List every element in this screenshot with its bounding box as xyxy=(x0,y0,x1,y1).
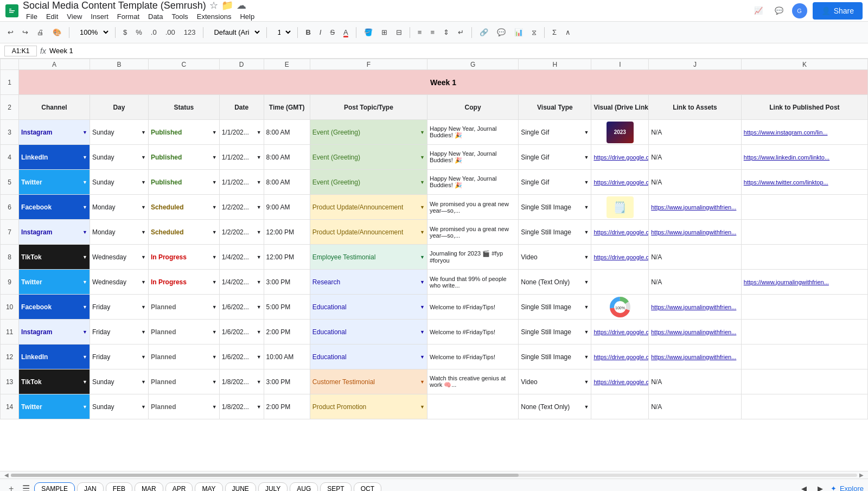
link-published-cell[interactable]: https://www.linkedin.com/linkto... xyxy=(741,145,867,170)
insert-comment-button[interactable]: 💬 xyxy=(494,26,509,39)
sheet-tab-apr[interactable]: APR xyxy=(165,482,193,492)
status-cell[interactable]: Published▼ xyxy=(148,145,219,170)
bold-button[interactable]: B xyxy=(302,26,314,39)
link-published-cell[interactable] xyxy=(741,369,867,394)
status-cell[interactable]: Planned▼ xyxy=(148,369,219,394)
font-select[interactable]: Default (Ari... Arial Times New Roman xyxy=(208,25,262,39)
row-num-4[interactable]: 4 xyxy=(1,145,19,170)
col-header-i[interactable]: I xyxy=(591,59,649,70)
date-cell[interactable]: 1/1/202...▼ xyxy=(219,170,264,195)
time-cell[interactable]: 10:00 AM xyxy=(264,345,310,369)
sheet-list-button[interactable]: ☰ xyxy=(19,481,33,491)
visual-type-cell[interactable]: Single Gif▼ xyxy=(519,120,591,145)
col-header-b[interactable]: B xyxy=(90,59,148,70)
insert-link-button[interactable]: 🔗 xyxy=(476,26,492,39)
strikethrough-button[interactable]: S xyxy=(327,26,338,39)
print-button[interactable]: 🖨 xyxy=(34,26,47,39)
row-num-1[interactable]: 1 xyxy=(1,70,19,95)
channel-cell[interactable]: Facebook▼ xyxy=(19,195,90,220)
day-cell[interactable]: Sunday▼ xyxy=(90,145,148,170)
valign-button[interactable]: ⇕ xyxy=(440,26,452,39)
visual-type-cell[interactable]: None (Text Only)▼ xyxy=(519,394,591,419)
row-num-8[interactable]: 8 xyxy=(1,245,19,270)
visual-drive-link-cell[interactable] xyxy=(591,394,649,419)
channel-cell[interactable]: Instagram▼ xyxy=(19,120,90,145)
time-cell[interactable]: 3:00 PM xyxy=(264,270,310,295)
col-header-a[interactable]: A xyxy=(19,59,90,70)
day-cell[interactable]: Wednesday▼ xyxy=(90,270,148,295)
sheet-tab-may[interactable]: MAY xyxy=(195,482,222,492)
visual-drive-link-cell[interactable]: 2023 xyxy=(591,120,649,145)
merge-cells-button[interactable]: ⊟ xyxy=(393,26,405,39)
link-published-cell[interactable]: https://www.twitter.com/linktop... xyxy=(741,170,867,195)
row-num-2[interactable]: 2 xyxy=(1,95,19,120)
week-header-cell[interactable]: Week 1 xyxy=(19,70,868,95)
prev-sheet-button[interactable]: ◀ xyxy=(798,482,810,491)
add-sheet-button[interactable]: + xyxy=(4,482,18,492)
link-assets-cell[interactable]: N/A xyxy=(649,369,742,394)
link-assets-cell[interactable]: N/A xyxy=(649,145,742,170)
date-cell[interactable]: 1/1/202...▼ xyxy=(219,145,264,170)
visual-type-cell[interactable]: Single Gif▼ xyxy=(519,170,591,195)
menu-tools[interactable]: Tools xyxy=(168,11,191,22)
status-cell[interactable]: Planned▼ xyxy=(148,345,219,369)
time-cell[interactable]: 8:00 AM xyxy=(264,170,310,195)
formula-button[interactable]: Σ xyxy=(549,26,560,39)
link-published-cell[interactable] xyxy=(741,220,867,245)
copy-cell[interactable]: Welcome to #FridayTips! xyxy=(427,295,518,320)
col-header-c[interactable]: C xyxy=(148,59,219,70)
channel-cell[interactable]: LinkedIn▼ xyxy=(19,145,90,170)
day-cell[interactable]: Monday▼ xyxy=(90,195,148,220)
link-assets-cell[interactable]: https://www.journalingwithfrien... xyxy=(649,220,742,245)
status-cell[interactable]: Scheduled▼ xyxy=(148,220,219,245)
sheet-tab-feb[interactable]: FEB xyxy=(106,482,132,492)
post-type-cell[interactable]: Customer Testimonial▼ xyxy=(310,369,427,394)
post-type-cell[interactable]: Product Update/Announcement▼ xyxy=(310,195,427,220)
link-published-cell[interactable] xyxy=(741,345,867,369)
row-num-9[interactable]: 9 xyxy=(1,270,19,295)
activity-icon[interactable]: 📈 xyxy=(751,4,766,17)
font-size-select[interactable]: 12 10 14 16 xyxy=(271,25,293,39)
insert-chart-button[interactable]: 📊 xyxy=(511,26,526,39)
date-cell[interactable]: 1/8/202...▼ xyxy=(219,369,264,394)
visual-type-cell[interactable]: Video▼ xyxy=(519,369,591,394)
day-cell[interactable]: Friday▼ xyxy=(90,295,148,320)
copy-cell[interactable]: Welcome to #FridayTips! xyxy=(427,345,518,369)
copy-cell[interactable]: Welcome to #FridayTips! xyxy=(427,320,518,345)
channel-cell[interactable]: Facebook▼ xyxy=(19,295,90,320)
visual-type-cell[interactable]: Single Still Image▼ xyxy=(519,220,591,245)
time-cell[interactable]: 8:00 AM xyxy=(264,145,310,170)
status-cell[interactable]: In Progress▼ xyxy=(148,270,219,295)
link-published-cell[interactable]: https://www.journalingwithfrien... xyxy=(741,270,867,295)
row-num-6[interactable]: 6 xyxy=(1,195,19,220)
sheet-tab-jan[interactable]: JAN xyxy=(77,482,104,492)
copy-cell[interactable]: Happy New Year, Journal Buddies! 🎉 xyxy=(427,170,518,195)
post-type-cell[interactable]: Product Promotion▼ xyxy=(310,394,427,419)
wrap-button[interactable]: ↵ xyxy=(455,26,467,39)
link-assets-cell[interactable]: https://www.journalingwithfrien... xyxy=(649,320,742,345)
day-cell[interactable]: Friday▼ xyxy=(90,345,148,369)
menu-data[interactable]: Data xyxy=(145,11,166,22)
col-header-e[interactable]: E xyxy=(264,59,310,70)
date-cell[interactable]: 1/4/202...▼ xyxy=(219,245,264,270)
visual-drive-link-cell[interactable]: 100% xyxy=(591,295,649,320)
menu-edit[interactable]: Edit xyxy=(43,11,61,22)
date-cell[interactable]: 1/1/202...▼ xyxy=(219,120,264,145)
copy-cell[interactable]: We promised you a great new year—so,... xyxy=(427,220,518,245)
sheet-tab-june[interactable]: JUNE xyxy=(225,482,256,492)
link-assets-cell[interactable]: N/A xyxy=(649,170,742,195)
post-type-cell[interactable]: Product Update/Announcement▼ xyxy=(310,220,427,245)
sheet-tab-aug[interactable]: AUG xyxy=(290,482,318,492)
expand-toolbar-button[interactable]: ∧ xyxy=(562,26,574,39)
status-cell[interactable]: Planned▼ xyxy=(148,295,219,320)
visual-drive-link-cell[interactable]: https://drive.google.c... xyxy=(591,220,649,245)
visual-drive-link-cell[interactable] xyxy=(591,270,649,295)
copy-cell[interactable]: We found that 99% of people who write... xyxy=(427,270,518,295)
borders-button[interactable]: ⊞ xyxy=(378,26,391,39)
row-num-12[interactable]: 12 xyxy=(1,345,19,369)
menu-view[interactable]: View xyxy=(63,11,85,22)
horizontal-scrollbar[interactable]: ◀ ▶ xyxy=(0,471,868,479)
channel-cell[interactable]: Instagram▼ xyxy=(19,320,90,345)
copy-cell[interactable]: Happy New Year, Journal Buddies! 🎉 xyxy=(427,145,518,170)
visual-type-cell[interactable]: Single Still Image▼ xyxy=(519,295,591,320)
